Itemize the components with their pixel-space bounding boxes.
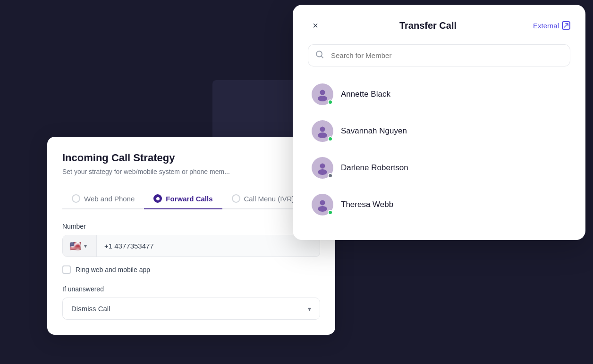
us-flag-icon: 🇺🇸 xyxy=(69,240,81,252)
external-link[interactable]: External xyxy=(533,21,570,30)
tab-label-forward-calls: Forward Calls xyxy=(166,195,212,203)
ring-mobile-checkbox[interactable] xyxy=(62,265,71,274)
member-list: Annette Black Savannah Nguyen xyxy=(308,76,570,223)
incoming-call-card: Incoming Call Strategy Set your strategy… xyxy=(47,137,335,335)
online-status-dot xyxy=(328,136,333,141)
search-input[interactable] xyxy=(308,44,570,66)
svg-point-0 xyxy=(316,51,322,57)
offline-status-dot xyxy=(328,173,333,178)
avatar-theresa-webb xyxy=(312,194,333,215)
tab-web-and-phone[interactable]: Web and Phone xyxy=(62,189,144,208)
dismiss-chevron-icon: ▾ xyxy=(308,305,311,313)
svg-point-8 xyxy=(318,206,327,212)
member-name: Savannah Nguyen xyxy=(341,126,407,136)
tab-radio-forward-calls xyxy=(153,194,162,203)
member-name: Annette Black xyxy=(341,90,390,99)
dismiss-call-label: Dismiss Call xyxy=(71,305,110,313)
svg-point-7 xyxy=(320,200,325,206)
avatar-annette-black xyxy=(312,83,333,105)
close-icon: × xyxy=(313,20,318,31)
member-item-theresa-webb[interactable]: Theresa Webb xyxy=(308,186,570,223)
close-button[interactable]: × xyxy=(308,18,323,33)
ring-mobile-label: Ring web and mobile app xyxy=(76,266,150,273)
svg-point-6 xyxy=(318,169,327,175)
phone-number-input[interactable] xyxy=(97,235,320,256)
svg-point-5 xyxy=(320,164,325,169)
search-icon xyxy=(315,50,324,61)
tab-label-call-menu: Call Menu (IVR) xyxy=(244,195,295,203)
flag-chevron-icon: ▾ xyxy=(84,243,87,249)
svg-point-3 xyxy=(320,127,325,132)
external-label: External xyxy=(533,22,559,30)
tab-label-web-phone: Web and Phone xyxy=(84,195,135,203)
card-subtitle: Set your strategy for web/mobile system … xyxy=(62,168,320,175)
member-item-darlene-robertson[interactable]: Darlene Robertson xyxy=(308,149,570,186)
tab-call-menu[interactable]: Call Menu (IVR) xyxy=(222,189,304,208)
avatar-savannah-nguyen xyxy=(312,120,333,142)
country-flag-dropdown[interactable]: 🇺🇸 ▾ xyxy=(63,235,97,256)
tab-radio-call-menu xyxy=(232,194,240,203)
ring-mobile-checkbox-row: Ring web and mobile app xyxy=(62,265,320,274)
phone-input-row: 🇺🇸 ▾ xyxy=(62,235,320,257)
number-label: Number xyxy=(62,223,320,230)
member-name: Darlene Robertson xyxy=(341,163,408,173)
external-link-icon xyxy=(562,21,570,30)
modal-header: × Transfer Call External xyxy=(308,18,570,33)
member-item-savannah-nguyen[interactable]: Savannah Nguyen xyxy=(308,113,570,149)
avatar-darlene-robertson xyxy=(312,157,333,179)
tabs-container: Web and Phone Forward Calls Call Menu (I… xyxy=(62,189,320,209)
tab-radio-web-phone xyxy=(72,194,80,203)
if-unanswered-label: If unanswered xyxy=(62,285,320,293)
transfer-call-modal: × Transfer Call External xyxy=(293,5,585,240)
svg-point-2 xyxy=(318,96,327,101)
online-status-dot xyxy=(328,210,333,215)
member-name: Theresa Webb xyxy=(341,200,393,209)
svg-point-4 xyxy=(318,132,327,138)
dismiss-call-dropdown[interactable]: Dismiss Call ▾ xyxy=(62,298,320,320)
modal-title: Transfer Call xyxy=(399,20,457,31)
member-item-annette-black[interactable]: Annette Black xyxy=(308,76,570,113)
svg-point-1 xyxy=(320,90,325,95)
tab-forward-calls[interactable]: Forward Calls xyxy=(144,189,222,208)
card-title: Incoming Call Strategy xyxy=(62,152,320,164)
online-status-dot xyxy=(328,99,333,105)
search-container xyxy=(308,44,570,66)
